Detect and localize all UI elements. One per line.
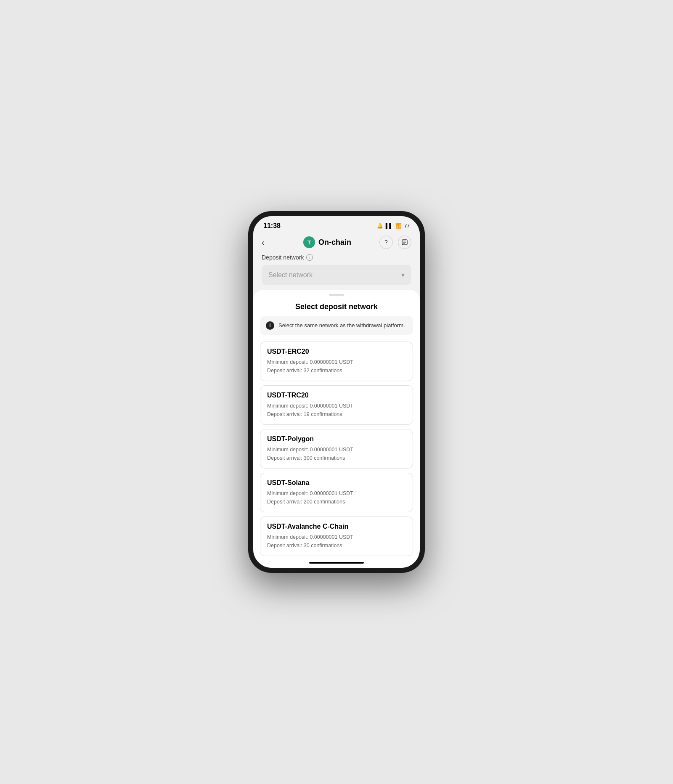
network-name: USDT-Solana xyxy=(267,479,406,487)
phone-frame: 11:38 🔔 ▌▌ 📶 77 ‹ T On-chain ? xyxy=(248,211,425,573)
network-name: USDT-Polygon xyxy=(267,435,406,443)
sheet-title: Select deposit network xyxy=(253,296,420,316)
network-item[interactable]: USDT-PolygonMinimum deposit: 0.00000001 … xyxy=(260,429,413,469)
help-button[interactable]: ? xyxy=(379,236,393,249)
deposit-label: Deposit network i xyxy=(262,254,411,261)
phone-screen: 11:38 🔔 ▌▌ 📶 77 ‹ T On-chain ? xyxy=(253,216,420,568)
back-button[interactable]: ‹ xyxy=(262,238,275,247)
nav-bar: ‹ T On-chain ? xyxy=(253,232,420,254)
network-item[interactable]: USDT-Avalanche C-ChainMinimum deposit: 0… xyxy=(260,516,413,556)
bottom-sheet: Select deposit network i Select the same… xyxy=(253,290,420,568)
signal-icon: 🔔 xyxy=(377,223,383,229)
info-banner-icon: i xyxy=(266,321,274,330)
network-details: Minimum deposit: 0.00000001 USDTDeposit … xyxy=(267,445,406,462)
status-bar: 11:38 🔔 ▌▌ 📶 77 xyxy=(253,216,420,232)
info-banner-text: Select the same network as the withdrawa… xyxy=(278,322,405,329)
nav-title: T On-chain xyxy=(303,236,351,248)
network-list: USDT-ERC20Minimum deposit: 0.00000001 US… xyxy=(253,342,420,559)
network-name: USDT-TRC20 xyxy=(267,392,406,399)
network-icon: ▌▌ xyxy=(386,223,393,229)
info-banner: i Select the same network as the withdra… xyxy=(260,316,413,335)
network-details: Minimum deposit: 0.00000001 USDTDeposit … xyxy=(267,402,406,418)
chevron-down-icon: ▾ xyxy=(401,271,405,279)
page-title: On-chain xyxy=(318,238,351,247)
network-details: Minimum deposit: 0.00000001 USDTDeposit … xyxy=(267,358,406,375)
network-item[interactable]: USDT-TRC20Minimum deposit: 0.00000001 US… xyxy=(260,385,413,425)
nav-actions: ? xyxy=(379,236,411,249)
wifi-icon: 📶 xyxy=(395,223,402,229)
deposit-section: Deposit network i Select network ▾ xyxy=(253,254,420,290)
history-icon xyxy=(402,239,408,245)
select-network-field[interactable]: Select network ▾ xyxy=(262,265,411,285)
network-name: USDT-Avalanche C-Chain xyxy=(267,523,406,530)
status-time: 11:38 xyxy=(263,222,281,230)
battery-icon: 77 xyxy=(404,223,410,229)
network-item[interactable]: USDT-ERC20Minimum deposit: 0.00000001 US… xyxy=(260,342,413,381)
select-network-placeholder: Select network xyxy=(268,271,313,279)
network-name: USDT-ERC20 xyxy=(267,348,406,355)
network-item[interactable]: USDT-SolanaMinimum deposit: 0.00000001 U… xyxy=(260,473,413,512)
home-indicator xyxy=(309,562,364,564)
network-details: Minimum deposit: 0.00000001 USDTDeposit … xyxy=(267,533,406,550)
deposit-info-icon[interactable]: i xyxy=(306,254,313,261)
history-button[interactable] xyxy=(398,236,411,249)
status-icons: 🔔 ▌▌ 📶 77 xyxy=(377,223,410,229)
usdt-logo: T xyxy=(303,236,315,248)
network-details: Minimum deposit: 0.00000001 USDTDeposit … xyxy=(267,489,406,506)
